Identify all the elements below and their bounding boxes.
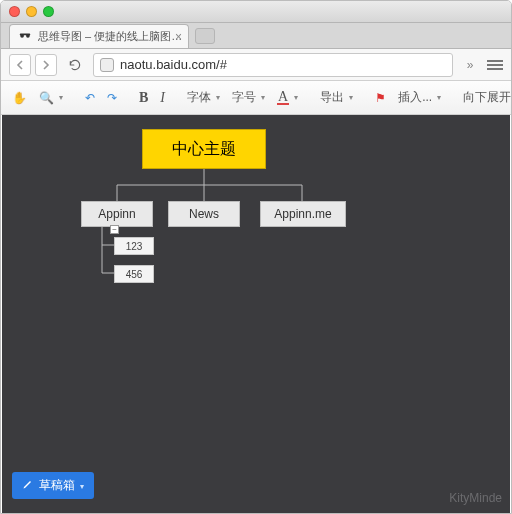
back-button[interactable] — [9, 54, 31, 76]
brand-label: KityMinde — [449, 491, 502, 505]
font-size-select[interactable]: 字号▾ — [227, 86, 270, 109]
bold-icon: B — [139, 90, 148, 106]
extensions-button[interactable]: » — [461, 58, 479, 72]
pencil-icon — [22, 478, 34, 493]
omnibox[interactable]: naotu.baidu.com/# — [93, 53, 453, 77]
sub-node-123[interactable]: 123 — [114, 237, 154, 255]
tab-close-icon[interactable]: × — [175, 30, 182, 44]
hand-tool-button[interactable]: ✋ — [7, 88, 32, 108]
draft-box-button[interactable]: 草稿箱 ▾ — [12, 472, 94, 499]
window-controls — [9, 6, 54, 17]
root-node[interactable]: 中心主题 — [142, 129, 266, 169]
menu-button[interactable] — [487, 60, 503, 70]
child-node-appinn[interactable]: Appinn — [81, 201, 153, 227]
connector-lines — [2, 115, 510, 513]
zoom-window-button[interactable] — [43, 6, 54, 17]
font-family-select[interactable]: 字体▾ — [182, 86, 225, 109]
undo-button[interactable]: ↶ — [80, 88, 100, 108]
expand-button[interactable]: 向下展开▾ — [458, 86, 512, 109]
flag-icon: ⚑ — [375, 91, 386, 105]
bold-button[interactable]: B — [134, 87, 153, 109]
font-color-button[interactable]: A▾ — [272, 88, 303, 108]
sub-node-456[interactable]: 456 — [114, 265, 154, 283]
italic-icon: I — [160, 90, 165, 106]
svg-rect-2 — [20, 33, 31, 35]
hand-icon: ✋ — [12, 91, 27, 105]
address-bar: naotu.baidu.com/# » — [1, 49, 511, 81]
child-node-news[interactable]: News — [168, 201, 240, 227]
font-color-icon: A — [277, 91, 289, 105]
window-titlebar — [1, 1, 511, 23]
forward-button[interactable] — [35, 54, 57, 76]
redo-button[interactable]: ↷ — [102, 88, 122, 108]
reload-button[interactable] — [65, 55, 85, 75]
url-text: naotu.baidu.com/# — [120, 57, 227, 72]
redo-icon: ↷ — [107, 91, 117, 105]
site-identity-icon — [100, 58, 114, 72]
italic-button[interactable]: I — [155, 87, 170, 109]
tab-title: 思维导图 – 便捷的线上脑图… — [38, 29, 182, 44]
insert-button[interactable]: 插入...▾ — [393, 86, 446, 109]
minimize-window-button[interactable] — [26, 6, 37, 17]
export-button[interactable]: 导出▾ — [315, 86, 358, 109]
magnifier-icon: 🔍 — [39, 91, 54, 105]
app-toolbar: ✋ 🔍▾ ↶ ↷ B I 字体▾ 字号▾ A▾ 导出▾ ⚑ 插入...▾ 向下展… — [1, 81, 511, 115]
browser-tab[interactable]: 思维导图 – 便捷的线上脑图… × — [9, 24, 189, 48]
zoom-tool-button[interactable]: 🔍▾ — [34, 88, 68, 108]
undo-icon: ↶ — [85, 91, 95, 105]
new-tab-button[interactable] — [195, 28, 215, 44]
child-node-appinnme[interactable]: Appinn.me — [260, 201, 346, 227]
favicon-icon — [18, 30, 32, 44]
priority-button[interactable]: ⚑ — [370, 88, 391, 108]
close-window-button[interactable] — [9, 6, 20, 17]
mindmap-canvas[interactable]: 中心主题 Appinn News Appinn.me − 123 456 草稿箱… — [2, 115, 510, 513]
collapse-toggle[interactable]: − — [110, 225, 119, 234]
tab-strip: 思维导图 – 便捷的线上脑图… × — [1, 23, 511, 49]
